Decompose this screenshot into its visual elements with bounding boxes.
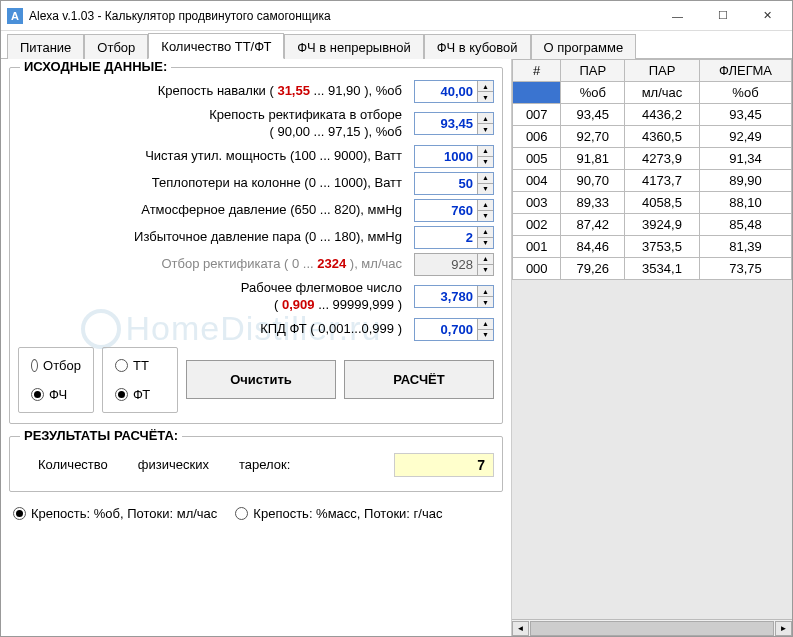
- table-row[interactable]: 00389,334058,588,10: [513, 192, 792, 214]
- cell: 003: [513, 192, 561, 214]
- strength-fill-input[interactable]: [415, 81, 477, 102]
- calc-button[interactable]: РАСЧЁТ: [344, 360, 494, 399]
- overp-spinner[interactable]: ▲▼: [414, 226, 494, 249]
- atm-label: Атмосферное давление (650 ... 820), ммHg: [18, 202, 414, 219]
- source-group: ИСХОДНЫЕ ДАННЫЕ: Крепость навалки ( 31,5…: [9, 67, 503, 424]
- down-icon[interactable]: ▼: [478, 124, 493, 134]
- tab-5[interactable]: О программе: [531, 34, 637, 59]
- up-icon[interactable]: ▲: [478, 227, 493, 238]
- down-icon[interactable]: ▼: [478, 330, 493, 340]
- tab-2[interactable]: Количество ТТ/ФТ: [148, 33, 284, 59]
- cell: 92,70: [561, 126, 625, 148]
- col-subheader[interactable]: %об: [561, 82, 625, 104]
- up-icon[interactable]: ▲: [478, 146, 493, 157]
- tab-0[interactable]: Питание: [7, 34, 84, 59]
- down-icon[interactable]: ▼: [478, 92, 493, 102]
- units-row: Крепость: %об, Потоки: мл/час Крепость: …: [9, 500, 503, 523]
- power-spinner[interactable]: ▲▼: [414, 145, 494, 168]
- result-table: #ПАРПАРФЛЕГМА %обмл/час%об 00793,454436,…: [512, 59, 792, 280]
- maximize-button[interactable]: ☐: [700, 2, 745, 30]
- close-button[interactable]: ✕: [745, 2, 790, 30]
- kpd-label: КПД ФТ ( 0,001...0,999 ): [18, 321, 414, 338]
- table-row[interactable]: 00490,704173,789,90: [513, 170, 792, 192]
- strength-fill-spinner[interactable]: ▲▼: [414, 80, 494, 103]
- hscrollbar[interactable]: ◄ ►: [512, 619, 792, 636]
- up-icon[interactable]: ▲: [478, 286, 493, 297]
- tab-4[interactable]: ФЧ в кубовой: [424, 34, 531, 59]
- scroll-right-icon[interactable]: ►: [775, 621, 792, 636]
- col-subheader[interactable]: [513, 82, 561, 104]
- strength-rect-spinner[interactable]: ▲▼: [414, 112, 494, 135]
- cell: 4058,5: [625, 192, 700, 214]
- down-icon[interactable]: ▼: [478, 265, 493, 275]
- up-icon[interactable]: ▲: [478, 200, 493, 211]
- app-window: A Alexa v.1.03 - Калькулятор продвинутог…: [0, 0, 793, 637]
- kpd-spinner[interactable]: ▲▼: [414, 318, 494, 341]
- up-icon[interactable]: ▲: [478, 113, 493, 124]
- col-subheader[interactable]: %об: [699, 82, 791, 104]
- down-icon[interactable]: ▼: [478, 211, 493, 221]
- table-row[interactable]: 00591,814273,991,34: [513, 148, 792, 170]
- radio-otbor[interactable]: Отбор: [31, 358, 81, 373]
- window-controls: — ☐ ✕: [655, 2, 790, 30]
- withdraw-input[interactable]: [415, 254, 477, 275]
- reflux-input[interactable]: [415, 286, 477, 307]
- radio-tt[interactable]: ТТ: [115, 358, 165, 373]
- up-icon[interactable]: ▲: [478, 81, 493, 92]
- col-header[interactable]: ФЛЕГМА: [699, 60, 791, 82]
- cell: 81,39: [699, 236, 791, 258]
- minimize-button[interactable]: —: [655, 2, 700, 30]
- scroll-thumb[interactable]: [530, 621, 774, 636]
- scroll-left-icon[interactable]: ◄: [512, 621, 529, 636]
- table-row[interactable]: 00184,463753,581,39: [513, 236, 792, 258]
- cell: 007: [513, 104, 561, 126]
- heatloss-input[interactable]: [415, 173, 477, 194]
- cell: 3753,5: [625, 236, 700, 258]
- units-opt1[interactable]: Крепость: %об, Потоки: мл/час: [13, 506, 217, 521]
- radio-fch[interactable]: ФЧ: [31, 387, 81, 402]
- kpd-input[interactable]: [415, 319, 477, 340]
- result-group: РЕЗУЛЬТАТЫ РАСЧЁТА: Количество физически…: [9, 436, 503, 492]
- tab-3[interactable]: ФЧ в непрерывной: [284, 34, 423, 59]
- col-header[interactable]: ПАР: [625, 60, 700, 82]
- table-scroll[interactable]: #ПАРПАРФЛЕГМА %обмл/час%об 00793,454436,…: [512, 59, 792, 619]
- titlebar: A Alexa v.1.03 - Калькулятор продвинутог…: [1, 1, 792, 31]
- table-row[interactable]: 00287,423924,985,48: [513, 214, 792, 236]
- cell: 84,46: [561, 236, 625, 258]
- strength-rect-input[interactable]: [415, 113, 477, 134]
- table-row[interactable]: 00079,263534,173,75: [513, 258, 792, 280]
- up-icon[interactable]: ▲: [478, 319, 493, 330]
- tab-1[interactable]: Отбор: [84, 34, 148, 59]
- atm-input[interactable]: [415, 200, 477, 221]
- overp-label: Избыточное давление пара (0 ... 180), мм…: [18, 229, 414, 246]
- col-header[interactable]: ПАР: [561, 60, 625, 82]
- withdraw-spinner[interactable]: ▲▼: [414, 253, 494, 276]
- clear-button[interactable]: Очистить: [186, 360, 336, 399]
- units-opt2[interactable]: Крепость: %масс, Потоки: г/час: [235, 506, 442, 521]
- right-panel: #ПАРПАРФЛЕГМА %обмл/час%об 00793,454436,…: [511, 59, 792, 636]
- content-area: HomeDistiller.ru ИСХОДНЫЕ ДАННЫЕ: Крепос…: [1, 59, 792, 636]
- overp-input[interactable]: [415, 227, 477, 248]
- up-icon[interactable]: ▲: [478, 254, 493, 265]
- down-icon[interactable]: ▼: [478, 297, 493, 307]
- col-header[interactable]: #: [513, 60, 561, 82]
- window-title: Alexa v.1.03 - Калькулятор продвинутого …: [29, 9, 655, 23]
- down-icon[interactable]: ▼: [478, 157, 493, 167]
- down-icon[interactable]: ▼: [478, 238, 493, 248]
- col-subheader[interactable]: мл/час: [625, 82, 700, 104]
- atm-spinner[interactable]: ▲▼: [414, 199, 494, 222]
- power-input[interactable]: [415, 146, 477, 167]
- reflux-spinner[interactable]: ▲▼: [414, 285, 494, 308]
- table-row[interactable]: 00692,704360,592,49: [513, 126, 792, 148]
- result-label-2: физических: [138, 457, 209, 472]
- result-value: 7: [394, 453, 494, 477]
- radio-ft[interactable]: ФТ: [115, 387, 165, 402]
- cell: 3924,9: [625, 214, 700, 236]
- down-icon[interactable]: ▼: [478, 184, 493, 194]
- cell: 85,48: [699, 214, 791, 236]
- cell: 3534,1: [625, 258, 700, 280]
- up-icon[interactable]: ▲: [478, 173, 493, 184]
- cell: 88,10: [699, 192, 791, 214]
- table-row[interactable]: 00793,454436,293,45: [513, 104, 792, 126]
- heatloss-spinner[interactable]: ▲▼: [414, 172, 494, 195]
